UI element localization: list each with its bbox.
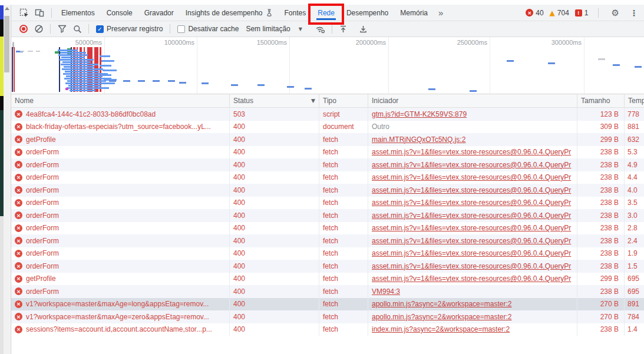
- request-name-cell[interactable]: ×orderForm: [11, 260, 230, 273]
- table-row[interactable]: ×orderForm400fetchasset.min.js?v=1&files…: [11, 171, 644, 184]
- request-initiator-cell[interactable]: main.MTRjNGQxOTc5NQ.js:2: [368, 133, 577, 146]
- request-status-cell[interactable]: 400: [230, 285, 319, 298]
- request-status-cell[interactable]: 400: [230, 158, 319, 171]
- table-row[interactable]: ×v1?workspace=master&maxAge=long&appsEta…: [11, 298, 644, 311]
- request-type-cell[interactable]: fetch: [319, 285, 368, 298]
- request-initiator-cell[interactable]: asset.min.js?v=1&files=vtex.store-resour…: [368, 222, 577, 235]
- initiator-link[interactable]: asset.min.js?v=1&files=vtex.store-resour…: [372, 148, 571, 156]
- request-initiator-cell[interactable]: apollo.min.js?async=2&workspace=master:2: [368, 310, 577, 323]
- table-row[interactable]: ×orderForm400fetchasset.min.js?v=1&files…: [11, 260, 644, 273]
- scrollbar-thumb[interactable]: [4, 16, 9, 72]
- request-type-cell[interactable]: fetch: [319, 222, 368, 235]
- request-type-cell[interactable]: fetch: [319, 247, 368, 260]
- request-initiator-cell[interactable]: asset.min.js?v=1&files=vtex.store-resour…: [368, 184, 577, 197]
- request-initiator-cell[interactable]: apollo.min.js?async=2&workspace=master:2: [368, 298, 577, 311]
- initiator-link[interactable]: asset.min.js?v=1&files=vtex.store-resour…: [372, 237, 571, 245]
- request-status-cell[interactable]: 400: [230, 197, 319, 210]
- initiator-link[interactable]: asset.min.js?v=1&files=vtex.store-resour…: [372, 224, 571, 232]
- tab-console[interactable]: Console: [101, 5, 138, 21]
- tab-sources[interactable]: Fontes: [279, 5, 312, 21]
- request-initiator-cell[interactable]: index.min.js?async=2&workspace=master:2: [368, 323, 577, 336]
- request-initiator-cell[interactable]: asset.min.js?v=1&files=vtex.store-resour…: [368, 197, 577, 210]
- request-initiator-cell[interactable]: asset.min.js?v=1&files=vtex.store-resour…: [368, 171, 577, 184]
- tab-network[interactable]: Rede: [312, 5, 341, 21]
- page-scrollbar[interactable]: [4, 5, 10, 354]
- network-overview[interactable]: 50000ms100000ms150000ms200000ms250000ms3…: [11, 37, 644, 94]
- initiator-link[interactable]: main.MTRjNGQxOTc5NQ.js:2: [372, 135, 465, 144]
- column-header-status[interactable]: Status▼: [230, 94, 319, 107]
- request-initiator-cell[interactable]: VM994:3: [368, 285, 577, 298]
- request-status-cell[interactable]: 400: [230, 184, 319, 197]
- request-type-cell[interactable]: fetch: [319, 298, 368, 311]
- request-status-cell[interactable]: 400: [230, 298, 319, 311]
- record-network-log-button[interactable]: [17, 22, 30, 35]
- request-type-cell[interactable]: fetch: [319, 197, 368, 210]
- settings-gear-icon[interactable]: ⚙: [608, 8, 623, 18]
- request-status-cell[interactable]: 400: [230, 209, 319, 222]
- initiator-link[interactable]: asset.min.js?v=1&files=vtex.store-resour…: [372, 249, 571, 257]
- initiator-link[interactable]: asset.min.js?v=1&files=vtex.store-resour…: [372, 211, 571, 220]
- table-row[interactable]: ×orderForm400fetchasset.min.js?v=1&files…: [11, 184, 644, 197]
- request-initiator-cell[interactable]: asset.min.js?v=1&files=vtex.store-resour…: [368, 146, 577, 159]
- export-har-icon[interactable]: [357, 22, 370, 35]
- request-status-cell[interactable]: 400: [230, 121, 319, 134]
- import-har-icon[interactable]: [337, 22, 350, 35]
- request-status-cell[interactable]: 400: [230, 247, 319, 260]
- request-status-cell[interactable]: 400: [230, 260, 319, 273]
- throttling-select[interactable]: Sem limitação ▼: [246, 25, 302, 33]
- table-row[interactable]: ×black-friday-ofertas-especiais?utm_sour…: [11, 121, 644, 134]
- search-icon[interactable]: [71, 22, 84, 35]
- initiator-link[interactable]: asset.min.js?v=1&files=vtex.store-resour…: [372, 274, 571, 283]
- tab-elements[interactable]: Elementos: [55, 5, 101, 21]
- request-name-cell[interactable]: ×getProfile: [11, 273, 230, 286]
- table-row[interactable]: ×sessions?items=account.id,account.accou…: [11, 323, 644, 336]
- tab-performance-insights[interactable]: Insights de desempenho: [180, 5, 279, 21]
- request-initiator-cell[interactable]: Outro: [368, 121, 577, 134]
- request-type-cell[interactable]: fetch: [319, 146, 368, 159]
- request-type-cell[interactable]: fetch: [319, 323, 368, 336]
- request-status-cell[interactable]: 400: [230, 171, 319, 184]
- request-name-cell[interactable]: ×sessions?items=account.id,account.accou…: [11, 323, 230, 336]
- issues-badge[interactable]: ! 1: [575, 9, 589, 17]
- column-header-type[interactable]: Tipo: [319, 94, 368, 107]
- tab-memory[interactable]: Memória: [394, 5, 434, 21]
- request-status-cell[interactable]: 400: [230, 310, 319, 323]
- request-status-cell[interactable]: 503: [230, 108, 319, 121]
- request-initiator-cell[interactable]: asset.min.js?v=1&files=vtex.store-resour…: [368, 247, 577, 260]
- request-name-cell[interactable]: ×orderForm: [11, 184, 230, 197]
- table-row[interactable]: ×getProfile400fetchasset.min.js?v=1&file…: [11, 273, 644, 286]
- table-row[interactable]: ×orderForm400fetchasset.min.js?v=1&files…: [11, 197, 644, 210]
- initiator-link[interactable]: asset.min.js?v=1&files=vtex.store-resour…: [372, 186, 571, 194]
- request-status-cell[interactable]: 400: [230, 323, 319, 336]
- initiator-link[interactable]: apollo.min.js?async=2&workspace=master:2: [372, 313, 511, 321]
- column-header-size[interactable]: Tamanho: [577, 94, 625, 107]
- kebab-menu-icon[interactable]: ⋮: [629, 8, 642, 18]
- request-name-cell[interactable]: ×v1?workspace=master&maxAge=zero&appsEta…: [11, 310, 230, 323]
- initiator-link[interactable]: VM994:3: [372, 287, 400, 296]
- inspect-element-icon[interactable]: [17, 6, 31, 20]
- request-name-cell[interactable]: ×orderForm: [11, 171, 230, 184]
- scroll-up-arrow-icon[interactable]: [5, 7, 9, 10]
- request-initiator-cell[interactable]: asset.min.js?v=1&files=vtex.store-resour…: [368, 234, 577, 247]
- clear-network-log-button[interactable]: [32, 22, 45, 35]
- request-initiator-cell[interactable]: asset.min.js?v=1&files=vtex.store-resour…: [368, 209, 577, 222]
- request-type-cell[interactable]: fetch: [319, 209, 368, 222]
- column-header-initiator[interactable]: Iniciador: [368, 94, 577, 107]
- filter-icon[interactable]: [55, 22, 68, 35]
- request-type-cell[interactable]: fetch: [319, 133, 368, 146]
- more-tabs-button[interactable]: »: [434, 8, 447, 18]
- initiator-link[interactable]: asset.min.js?v=1&files=vtex.store-resour…: [372, 262, 571, 270]
- request-initiator-cell[interactable]: asset.min.js?v=1&files=vtex.store-resour…: [368, 260, 577, 273]
- column-header-name[interactable]: Nome: [11, 94, 230, 107]
- preserve-log-checkbox[interactable]: ✓ Preservar registro: [96, 25, 163, 33]
- request-type-cell[interactable]: fetch: [319, 184, 368, 197]
- device-toolbar-icon[interactable]: [32, 6, 47, 20]
- request-name-cell[interactable]: ×4ea8fca4-144c-41c2-8033-b86df0bc08ad: [11, 108, 230, 121]
- request-type-cell[interactable]: fetch: [319, 273, 368, 286]
- request-type-cell[interactable]: document: [319, 121, 368, 134]
- request-name-cell[interactable]: ×orderForm: [11, 247, 230, 260]
- table-row[interactable]: ×orderForm400fetchasset.min.js?v=1&files…: [11, 247, 644, 260]
- warnings-badge[interactable]: ▲ 704: [550, 9, 569, 17]
- request-name-cell[interactable]: ×v1?workspace=master&maxAge=long&appsEta…: [11, 298, 230, 311]
- request-status-cell[interactable]: 400: [230, 222, 319, 235]
